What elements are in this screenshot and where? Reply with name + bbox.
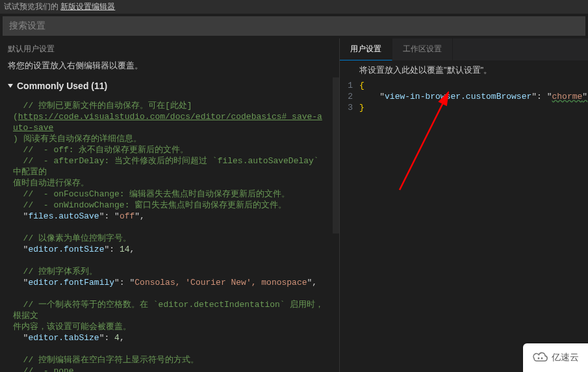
tab-workspace-settings[interactable]: 工作区设置 bbox=[392, 38, 453, 60]
comment: ) 阅读有关自动保存的详细信息。 bbox=[13, 134, 142, 144]
setting-key: editor.fontSize bbox=[28, 245, 104, 254]
editor-line: 2 "view-in-browser.customBrowser": "chor… bbox=[340, 91, 588, 102]
comment: // 控制已更新文件的自动保存。可在[此处] bbox=[13, 101, 192, 111]
line-number: 2 bbox=[340, 91, 359, 102]
editor-line: 1 { bbox=[340, 80, 588, 91]
search-input[interactable]: 搜索设置 bbox=[3, 16, 585, 36]
settings-tabs: 用户设置 工作区设置 bbox=[340, 38, 588, 60]
comment: // - none bbox=[13, 366, 74, 372]
tab-user-settings[interactable]: 用户设置 bbox=[340, 38, 392, 60]
setting-key: files.autoSave bbox=[28, 211, 99, 221]
setting-value: 4 bbox=[114, 333, 120, 343]
comment: // - off: 永不自动保存更新后的文件。 bbox=[13, 145, 188, 155]
brace: { bbox=[359, 81, 364, 90]
main-area: 默认用户设置 将您的设置放入右侧编辑器以覆盖。 Commonly Used (1… bbox=[0, 38, 588, 372]
editor-line: 3 } bbox=[340, 102, 588, 113]
comment: // 控制编辑器在空白字符上显示符号的方式。 bbox=[13, 355, 199, 365]
left-header: 默认用户设置 bbox=[0, 38, 339, 59]
left-desc: 将您的设置放入右侧编辑器以覆盖。 bbox=[0, 59, 339, 78]
svg-point-2 bbox=[541, 358, 543, 360]
section-commonly-used[interactable]: Commonly Used (11) bbox=[0, 78, 339, 94]
chevron-down-icon bbox=[8, 84, 13, 88]
setting-value: 14 bbox=[120, 245, 130, 254]
comment: 件内容，该设置可能会被覆盖。 bbox=[13, 322, 131, 332]
doc-url[interactable]: https://code.visualstudio.com/docs/edito… bbox=[13, 112, 322, 133]
default-settings-pane: 默认用户设置 将您的设置放入右侧编辑器以覆盖。 Commonly Used (1… bbox=[0, 38, 340, 372]
preview-link[interactable]: 新版设置编辑器 bbox=[60, 2, 115, 11]
comment: // - onFocusChange: 编辑器失去焦点时自动保存更新后的文件。 bbox=[13, 189, 290, 199]
setting-value: off bbox=[120, 211, 134, 221]
minimap[interactable] bbox=[333, 77, 339, 233]
watermark-text: 亿速云 bbox=[552, 352, 579, 364]
section-title: Commonly Used (11) bbox=[17, 81, 107, 91]
user-settings-pane: 用户设置 工作区设置 将设置放入此处以覆盖"默认设置"。 1 { 2 "view… bbox=[340, 38, 588, 372]
watermark-badge: 亿速云 bbox=[523, 343, 588, 372]
svg-point-1 bbox=[538, 358, 540, 360]
setting-key: editor.tabSize bbox=[28, 333, 99, 343]
user-settings-editor[interactable]: 1 { 2 "view-in-browser.customBrowser": "… bbox=[340, 80, 588, 113]
default-settings-code[interactable]: // 控制已更新文件的自动保存。可在[此处] (https://code.vis… bbox=[0, 94, 339, 372]
right-desc: 将设置放入此处以覆盖"默认设置"。 bbox=[340, 60, 588, 80]
comment: // 一个制表符等于的空格数。在 `editor.detectIndentati… bbox=[13, 300, 324, 321]
comment: // 以像素为单位控制字号。 bbox=[13, 233, 131, 243]
setting-value: chorme bbox=[552, 92, 583, 101]
brace: } bbox=[359, 103, 364, 113]
comment: ( bbox=[13, 112, 18, 122]
cloud-icon bbox=[532, 352, 549, 364]
line-number: 3 bbox=[340, 102, 359, 113]
comment: // - onWindowChange: 窗口失去焦点时自动保存更新后的文件。 bbox=[13, 200, 287, 210]
preview-prefix: 试试预览我们的 bbox=[4, 2, 60, 11]
setting-key: editor.fontFamily bbox=[28, 278, 114, 287]
line-number: 1 bbox=[340, 80, 359, 91]
comment: // - afterDelay: 当文件修改后的时间超过 `files.auto… bbox=[13, 156, 324, 177]
preview-bar: 试试预览我们的 新版设置编辑器 bbox=[0, 0, 588, 14]
setting-value: Consolas, 'Courier New', monospace bbox=[134, 278, 307, 287]
comment: 值时自动进行保存。 bbox=[13, 178, 89, 188]
comment: // 控制字体系列。 bbox=[13, 267, 97, 276]
setting-key: view-in-browser.customBrowser bbox=[385, 92, 531, 101]
